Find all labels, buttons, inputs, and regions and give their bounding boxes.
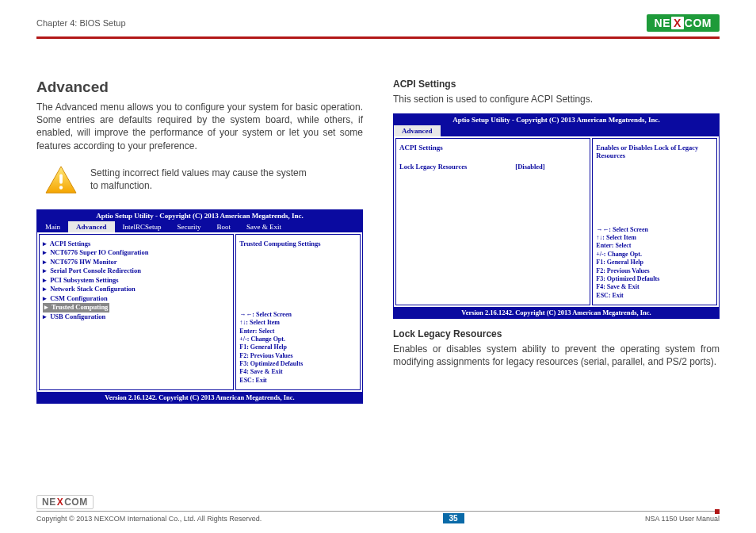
arrow-right-icon: ▸ [44,303,48,311]
bios-menu-item: ▸ NCT6776 HW Monitor [43,258,230,266]
bios-tab-boot: Boot [209,221,239,232]
bios-help-line: ESC: Exit [596,292,713,300]
arrow-right-icon: ▸ [43,285,47,293]
bios-right-panel: Enables or Disables Lock of Legacy Resou… [592,138,717,305]
bios-tab-security: Security [170,221,209,232]
bios-help-line: F2: Previous Values [239,352,357,360]
arrow-right-icon: ▸ [43,248,47,256]
bios-help-line: +/-: Change Opt. [596,251,713,259]
warning-icon [44,165,78,195]
bios-menu-item: ▸ CSM Configuration [43,294,230,303]
brand-logo: NEXCOM [647,14,720,32]
bios-acpi-screenshot: Aptio Setup Utility - Copyright (C) 2013… [393,113,720,319]
bios-tab-advanced: Advanced [394,125,441,136]
bios-setting-value: [Disabled] [515,163,586,171]
bios-help-line: +/-: Change Opt. [239,336,357,343]
bios-help-keys: →←: Select Screen↑↓: Select ItemEnter: S… [239,311,357,385]
bios-tab-advanced: Advanced [68,221,115,232]
page-footer: NEXCOM Copyright © 2013 NEXCOM Internati… [36,495,720,523]
bios-help-line: →←: Select Screen [596,226,713,234]
bios-menu-item: ▸ Trusted Computing [43,303,109,312]
bios-help-line: ESC: Exit [239,377,357,385]
intro-paragraph: The Advanced menu allows you to configur… [36,101,363,152]
arrow-right-icon: ▸ [43,313,47,320]
left-column: Advanced The Advanced menu allows you to… [36,79,363,404]
arrow-right-icon: ▸ [43,276,47,284]
brand-x-icon: X [671,17,684,29]
bios-help-line: F4: Save & Exit [596,283,713,291]
page-title: Advanced [36,79,363,96]
brand-x-icon: X [57,497,64,508]
bios-setting-row: Lock Legacy Resources [Disabled] [399,163,586,171]
bios-help-line: F1: General Help [239,343,357,351]
bios-advanced-screenshot: Aptio Setup Utility - Copyright (C) 2013… [36,209,363,405]
svg-rect-0 [59,174,63,183]
bios-tabs: Advanced [394,125,719,136]
header-divider [36,36,720,39]
footer-divider [36,511,720,512]
bios-help-keys: →←: Select Screen↑↓: Select ItemEnter: S… [596,226,713,301]
warning-block: Setting incorrect field values may cause… [44,165,363,195]
bios-right-panel: Trusted Computing Settings →←: Select Sc… [235,234,361,391]
arrow-right-icon: ▸ [43,258,47,266]
acpi-heading: ACPI Settings [393,79,720,90]
bios-help-line: →←: Select Screen [239,311,357,319]
bios-title-bar: Aptio Setup Utility - Copyright (C) 2013… [37,210,362,221]
bios-menu-item: ▸ Network Stack Configuration [43,285,230,293]
arrow-right-icon: ▸ [43,240,47,247]
right-column: ACPI Settings This section is used to co… [393,79,720,404]
arrow-right-icon: ▸ [43,266,47,274]
bios-help-line: F2: Previous Values [596,267,713,275]
bios-help-line: F4: Save & Exit [239,368,357,376]
bios-tab-save-exit: Save & Exit [239,221,289,232]
bios-title-bar: Aptio Setup Utility - Copyright (C) 2013… [394,114,719,125]
chapter-title: Chapter 4: BIOS Setup [36,18,126,28]
bios-menu-item: ▸ ACPI Settings [43,240,230,248]
bios-footer: Version 2.16.1242. Copyright (C) 2013 Am… [37,392,362,403]
warning-text: Setting incorrect field values may cause… [90,165,312,192]
bios-menu-item: ▸ NCT6776 Super IO Configuration [43,248,230,257]
svg-point-1 [59,186,63,189]
bios-right-desc: Enables or Disables Lock of Legacy Resou… [596,144,713,215]
bios-menu-item: ▸ PCI Subsystem Settings [43,276,230,285]
footer-brand-logo: NEXCOM [36,495,94,509]
bios-help-line: Enter: Select [596,242,713,250]
bios-tab-intelrcsetup: IntelRCSetup [115,221,170,232]
bios-footer: Version 2.16.1242. Copyright (C) 2013 Am… [394,307,719,318]
bios-menu-item: ▸ USB Configuration [43,313,230,321]
lock-legacy-desc: Enables or disables system ability to pr… [393,343,720,368]
bios-help-line: F1: General Help [596,259,713,266]
page-number: 35 [443,513,464,523]
content-columns: Advanced The Advanced menu allows you to… [36,79,720,404]
acpi-desc: This section is used to configure ACPI S… [393,93,720,105]
bios-help-line: F3: Optimized Defaults [596,275,713,283]
bios-menu-item: ▸ Serial Port Console Redirection [43,266,230,275]
bios-menu-list: ▸ ACPI Settings▸ NCT6776 Super IO Config… [39,234,234,391]
bios-section-title: ACPI Settings [399,144,586,151]
lock-legacy-heading: Lock Legacy Resources [393,328,720,339]
bios-menu-list: ACPI Settings Lock Legacy Resources [Dis… [395,138,590,305]
bios-help-line: Enter: Select [239,328,357,336]
bios-help-line: ↑↓: Select Item [239,319,357,327]
bios-setting-label: Lock Legacy Resources [399,163,515,171]
bios-help-line: F3: Optimized Defaults [239,360,357,368]
bios-help-line: ↑↓: Select Item [596,234,713,242]
arrow-right-icon: ▸ [43,294,47,302]
footer-doc-title: NSA 1150 User Manual [645,515,720,523]
bios-tabs: MainAdvancedIntelRCSetupSecurityBootSave… [37,221,362,232]
bios-tab-main: Main [37,221,68,232]
footer-copyright: Copyright © 2013 NEXCOM International Co… [36,515,262,523]
page-header: Chapter 4: BIOS Setup NEXCOM [36,14,720,35]
bios-right-desc: Trusted Computing Settings [239,240,357,311]
